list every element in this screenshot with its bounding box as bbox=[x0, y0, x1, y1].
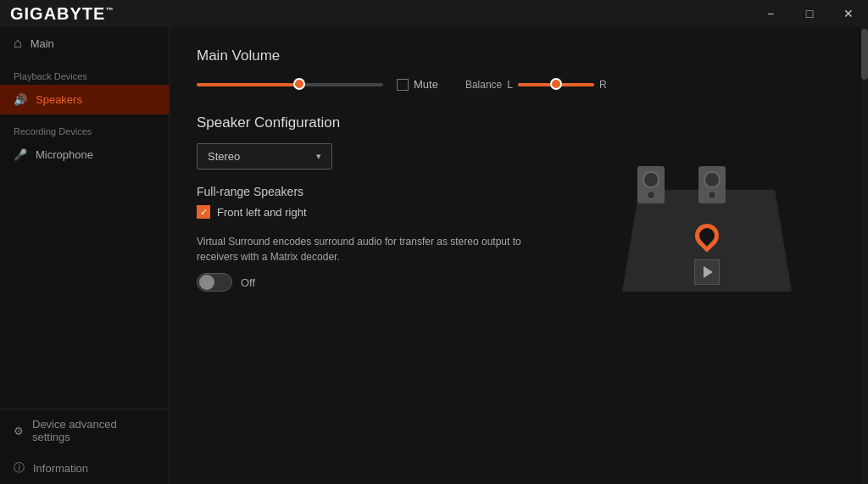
speakers-label: Speakers bbox=[36, 93, 82, 106]
speaker-left bbox=[637, 166, 665, 203]
playback-section-label: Playback Devices bbox=[0, 59, 169, 85]
close-button[interactable]: ✕ bbox=[829, 0, 868, 27]
recording-section-label: Recording Devices bbox=[0, 114, 169, 140]
minimize-button[interactable]: − bbox=[751, 0, 790, 27]
volume-slider-thumb[interactable] bbox=[293, 78, 305, 90]
balance-l-label: L bbox=[507, 79, 513, 91]
scrollbar-track[interactable] bbox=[861, 27, 868, 484]
speaker-left-icon bbox=[637, 166, 665, 203]
play-icon bbox=[704, 266, 713, 278]
sidebar-item-device-advanced[interactable]: ⚙ Device advanced settings bbox=[0, 409, 169, 452]
volume-slider[interactable] bbox=[197, 83, 383, 86]
content-flex: Speaker Configuration Stereo ▾ Full-rang… bbox=[197, 97, 834, 292]
main-content: Main Volume Mute Balance L R bbox=[170, 27, 861, 484]
sidebar-item-speakers[interactable]: 🔊 Speakers bbox=[0, 85, 169, 114]
speaker-right bbox=[698, 166, 726, 203]
app-logo: GIGABYTE™ bbox=[10, 4, 114, 24]
volume-slider-fill bbox=[197, 83, 299, 86]
volume-row: Mute Balance L R bbox=[197, 78, 834, 91]
speaker-cone-left bbox=[643, 171, 659, 188]
toggle-knob bbox=[199, 275, 214, 290]
toggle-off-label: Off bbox=[241, 276, 255, 289]
settings-icon: ⚙ bbox=[14, 425, 24, 437]
sidebar-nav: ⌂ Main Playback Devices 🔊 Speakers Recor… bbox=[0, 27, 169, 409]
speaker-icon: 🔊 bbox=[14, 93, 27, 106]
information-label: Information bbox=[33, 462, 88, 475]
speaker-cone-right bbox=[704, 171, 721, 188]
main-volume-title: Main Volume bbox=[197, 47, 834, 64]
speaker-diagram-container bbox=[580, 97, 834, 292]
virtual-surround-toggle-row: Off bbox=[197, 273, 563, 292]
speaker-config-section: Speaker Configuration Stereo ▾ bbox=[197, 114, 563, 170]
balance-title: Balance bbox=[465, 80, 502, 90]
full-range-title: Full-range Speakers bbox=[197, 185, 563, 198]
balance-r-label: R bbox=[599, 79, 607, 91]
chevron-down-icon: ▾ bbox=[316, 151, 321, 162]
window-controls: − □ ✕ bbox=[751, 0, 868, 27]
titlebar: GIGABYTE™ − □ ✕ bbox=[0, 0, 868, 27]
virtual-surround-text: Virtual Surround encodes surround audio … bbox=[197, 234, 563, 264]
virtual-surround-toggle[interactable] bbox=[197, 273, 232, 292]
balance-slider-thumb[interactable] bbox=[550, 78, 562, 90]
speaker-cone-sm-left bbox=[647, 191, 655, 199]
position-pin bbox=[695, 224, 719, 254]
mute-checkbox[interactable] bbox=[397, 79, 409, 91]
content-left: Speaker Configuration Stereo ▾ Full-rang… bbox=[197, 97, 563, 292]
play-button[interactable] bbox=[694, 259, 720, 285]
sidebar-item-microphone[interactable]: 🎤 Microphone bbox=[0, 140, 169, 170]
front-lr-row[interactable]: ✓ Front left and right bbox=[197, 205, 563, 219]
app-body: ⌂ Main Playback Devices 🔊 Speakers Recor… bbox=[0, 27, 868, 484]
info-icon: ⓘ bbox=[14, 460, 25, 476]
sidebar-bottom: ⚙ Device advanced settings ⓘ Information bbox=[0, 409, 169, 484]
speaker-config-title: Speaker Configuration bbox=[197, 114, 563, 131]
microphone-label: Microphone bbox=[36, 148, 93, 161]
scrollbar-thumb[interactable] bbox=[861, 29, 868, 80]
balance-section: Balance L R bbox=[465, 79, 607, 91]
speaker-cone-sm-right bbox=[708, 191, 716, 199]
mute-label: Mute bbox=[414, 78, 438, 91]
home-icon: ⌂ bbox=[14, 36, 22, 51]
speaker-diagram bbox=[580, 156, 834, 292]
front-lr-checkbox[interactable]: ✓ bbox=[197, 205, 210, 219]
speaker-config-dropdown[interactable]: Stereo ▾ bbox=[197, 143, 332, 170]
sidebar-main-label: Main bbox=[31, 37, 54, 50]
sidebar-item-information[interactable]: ⓘ Information bbox=[0, 452, 169, 484]
speaker-right-icon bbox=[698, 166, 726, 203]
sidebar-item-main[interactable]: ⌂ Main bbox=[0, 27, 169, 59]
maximize-button[interactable]: □ bbox=[790, 0, 829, 27]
device-advanced-label: Device advanced settings bbox=[32, 418, 155, 443]
balance-slider[interactable] bbox=[518, 83, 594, 86]
microphone-icon: 🎤 bbox=[14, 148, 27, 161]
front-lr-label: Front left and right bbox=[217, 206, 307, 219]
mute-control[interactable]: Mute bbox=[397, 78, 438, 91]
dropdown-selected: Stereo bbox=[208, 150, 240, 163]
sidebar: ⌂ Main Playback Devices 🔊 Speakers Recor… bbox=[0, 27, 170, 484]
